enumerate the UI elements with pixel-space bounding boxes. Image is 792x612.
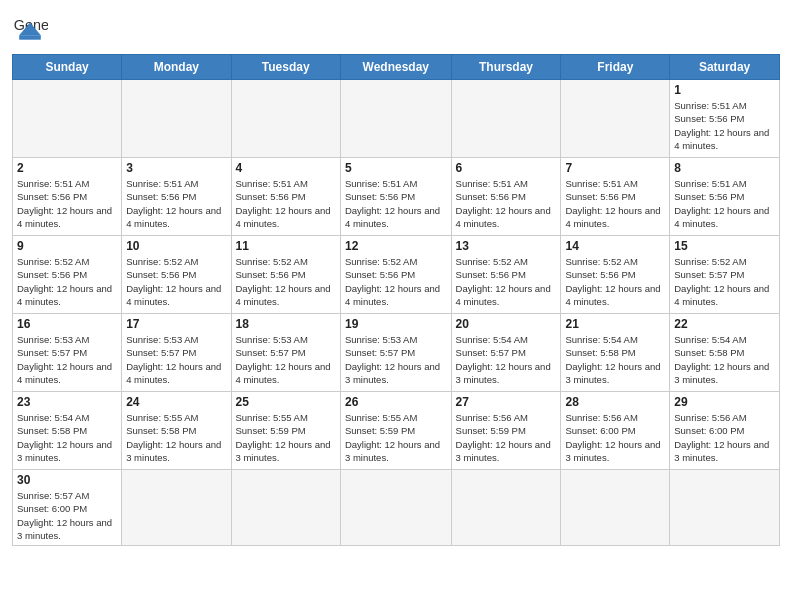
day-number: 3 [126,161,226,175]
calendar-cell: 16Sunrise: 5:53 AM Sunset: 5:57 PM Dayli… [13,314,122,392]
day-number: 26 [345,395,447,409]
day-number: 14 [565,239,665,253]
calendar-cell [561,80,670,158]
calendar-week-3: 9Sunrise: 5:52 AM Sunset: 5:56 PM Daylig… [13,236,780,314]
day-number: 29 [674,395,775,409]
day-info: Sunrise: 5:55 AM Sunset: 5:58 PM Dayligh… [126,411,226,464]
day-number: 5 [345,161,447,175]
day-number: 11 [236,239,336,253]
calendar-week-5: 23Sunrise: 5:54 AM Sunset: 5:58 PM Dayli… [13,392,780,470]
day-number: 7 [565,161,665,175]
calendar-cell: 12Sunrise: 5:52 AM Sunset: 5:56 PM Dayli… [340,236,451,314]
page: General SundayMondayTuesdayWednesdayThur… [0,0,792,612]
day-info: Sunrise: 5:53 AM Sunset: 5:57 PM Dayligh… [17,333,117,386]
calendar-cell: 17Sunrise: 5:53 AM Sunset: 5:57 PM Dayli… [122,314,231,392]
day-info: Sunrise: 5:53 AM Sunset: 5:57 PM Dayligh… [236,333,336,386]
day-number: 10 [126,239,226,253]
calendar-cell: 23Sunrise: 5:54 AM Sunset: 5:58 PM Dayli… [13,392,122,470]
day-info: Sunrise: 5:52 AM Sunset: 5:56 PM Dayligh… [565,255,665,308]
day-header-saturday: Saturday [670,55,780,80]
day-number: 8 [674,161,775,175]
day-info: Sunrise: 5:54 AM Sunset: 5:58 PM Dayligh… [17,411,117,464]
day-info: Sunrise: 5:55 AM Sunset: 5:59 PM Dayligh… [345,411,447,464]
day-info: Sunrise: 5:55 AM Sunset: 5:59 PM Dayligh… [236,411,336,464]
calendar-cell: 30Sunrise: 5:57 AM Sunset: 6:00 PM Dayli… [13,470,122,546]
day-header-tuesday: Tuesday [231,55,340,80]
calendar-cell: 4Sunrise: 5:51 AM Sunset: 5:56 PM Daylig… [231,158,340,236]
calendar-cell: 18Sunrise: 5:53 AM Sunset: 5:57 PM Dayli… [231,314,340,392]
day-number: 19 [345,317,447,331]
day-info: Sunrise: 5:57 AM Sunset: 6:00 PM Dayligh… [17,489,117,542]
calendar-week-2: 2Sunrise: 5:51 AM Sunset: 5:56 PM Daylig… [13,158,780,236]
calendar-cell [451,80,561,158]
day-header-wednesday: Wednesday [340,55,451,80]
day-number: 17 [126,317,226,331]
calendar-cell [451,470,561,546]
calendar-cell: 15Sunrise: 5:52 AM Sunset: 5:57 PM Dayli… [670,236,780,314]
day-info: Sunrise: 5:56 AM Sunset: 5:59 PM Dayligh… [456,411,557,464]
day-info: Sunrise: 5:51 AM Sunset: 5:56 PM Dayligh… [674,177,775,230]
day-info: Sunrise: 5:54 AM Sunset: 5:57 PM Dayligh… [456,333,557,386]
day-info: Sunrise: 5:54 AM Sunset: 5:58 PM Dayligh… [674,333,775,386]
day-number: 25 [236,395,336,409]
calendar-cell [122,470,231,546]
calendar-cell: 2Sunrise: 5:51 AM Sunset: 5:56 PM Daylig… [13,158,122,236]
calendar-cell: 6Sunrise: 5:51 AM Sunset: 5:56 PM Daylig… [451,158,561,236]
calendar-cell [13,80,122,158]
calendar-cell: 13Sunrise: 5:52 AM Sunset: 5:56 PM Dayli… [451,236,561,314]
calendar-cell: 26Sunrise: 5:55 AM Sunset: 5:59 PM Dayli… [340,392,451,470]
day-number: 27 [456,395,557,409]
calendar-cell: 8Sunrise: 5:51 AM Sunset: 5:56 PM Daylig… [670,158,780,236]
day-info: Sunrise: 5:52 AM Sunset: 5:56 PM Dayligh… [236,255,336,308]
calendar-cell: 29Sunrise: 5:56 AM Sunset: 6:00 PM Dayli… [670,392,780,470]
day-number: 21 [565,317,665,331]
day-info: Sunrise: 5:51 AM Sunset: 5:56 PM Dayligh… [126,177,226,230]
svg-rect-2 [19,35,41,40]
day-number: 23 [17,395,117,409]
day-info: Sunrise: 5:53 AM Sunset: 5:57 PM Dayligh… [345,333,447,386]
calendar-cell: 24Sunrise: 5:55 AM Sunset: 5:58 PM Dayli… [122,392,231,470]
calendar-cell: 21Sunrise: 5:54 AM Sunset: 5:58 PM Dayli… [561,314,670,392]
calendar-week-6: 30Sunrise: 5:57 AM Sunset: 6:00 PM Dayli… [13,470,780,546]
header: General [12,10,780,46]
day-number: 20 [456,317,557,331]
day-info: Sunrise: 5:56 AM Sunset: 6:00 PM Dayligh… [674,411,775,464]
calendar-cell: 20Sunrise: 5:54 AM Sunset: 5:57 PM Dayli… [451,314,561,392]
calendar-cell: 25Sunrise: 5:55 AM Sunset: 5:59 PM Dayli… [231,392,340,470]
day-number: 1 [674,83,775,97]
day-info: Sunrise: 5:53 AM Sunset: 5:57 PM Dayligh… [126,333,226,386]
calendar-week-4: 16Sunrise: 5:53 AM Sunset: 5:57 PM Dayli… [13,314,780,392]
day-header-monday: Monday [122,55,231,80]
day-info: Sunrise: 5:51 AM Sunset: 5:56 PM Dayligh… [565,177,665,230]
day-number: 24 [126,395,226,409]
day-number: 6 [456,161,557,175]
day-number: 4 [236,161,336,175]
calendar-cell: 7Sunrise: 5:51 AM Sunset: 5:56 PM Daylig… [561,158,670,236]
calendar-cell: 5Sunrise: 5:51 AM Sunset: 5:56 PM Daylig… [340,158,451,236]
calendar-cell: 14Sunrise: 5:52 AM Sunset: 5:56 PM Dayli… [561,236,670,314]
calendar-cell [340,80,451,158]
day-info: Sunrise: 5:52 AM Sunset: 5:56 PM Dayligh… [17,255,117,308]
day-info: Sunrise: 5:51 AM Sunset: 5:56 PM Dayligh… [17,177,117,230]
calendar-cell [561,470,670,546]
day-info: Sunrise: 5:52 AM Sunset: 5:56 PM Dayligh… [345,255,447,308]
calendar-cell [670,470,780,546]
calendar-cell: 11Sunrise: 5:52 AM Sunset: 5:56 PM Dayli… [231,236,340,314]
calendar-cell [231,470,340,546]
calendar-cell: 22Sunrise: 5:54 AM Sunset: 5:58 PM Dayli… [670,314,780,392]
day-info: Sunrise: 5:56 AM Sunset: 6:00 PM Dayligh… [565,411,665,464]
calendar-cell: 10Sunrise: 5:52 AM Sunset: 5:56 PM Dayli… [122,236,231,314]
calendar-cell: 1Sunrise: 5:51 AM Sunset: 5:56 PM Daylig… [670,80,780,158]
day-number: 9 [17,239,117,253]
calendar-cell: 27Sunrise: 5:56 AM Sunset: 5:59 PM Dayli… [451,392,561,470]
day-number: 15 [674,239,775,253]
day-info: Sunrise: 5:52 AM Sunset: 5:57 PM Dayligh… [674,255,775,308]
day-number: 18 [236,317,336,331]
calendar-week-1: 1Sunrise: 5:51 AM Sunset: 5:56 PM Daylig… [13,80,780,158]
day-header-sunday: Sunday [13,55,122,80]
day-number: 13 [456,239,557,253]
day-info: Sunrise: 5:51 AM Sunset: 5:56 PM Dayligh… [674,99,775,152]
calendar: SundayMondayTuesdayWednesdayThursdayFrid… [12,54,780,546]
day-header-friday: Friday [561,55,670,80]
day-number: 28 [565,395,665,409]
